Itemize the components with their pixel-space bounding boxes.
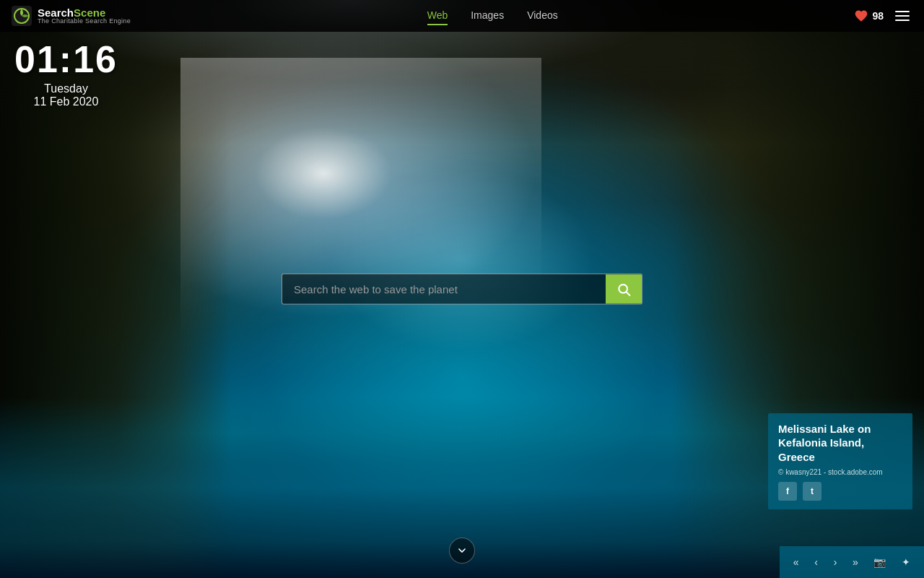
photo-credit: © kwasny221 - stock.adobe.com — [778, 468, 902, 476]
photo-title: Melissani Lake on Kefalonia Island, Gree… — [778, 422, 902, 465]
logo-text: SearchScene The Charitable Search Engine — [38, 7, 131, 25]
search-area — [282, 274, 642, 305]
favorite-icon[interactable]: ✦ — [897, 553, 915, 571]
svg-line-3 — [627, 292, 630, 296]
photo-navigation-controls: « ‹ › » 📷 ✦ — [780, 546, 924, 578]
prev-photo-button[interactable]: ‹ — [810, 553, 822, 571]
chevron-down-icon — [456, 545, 468, 556]
nav-videos[interactable]: Videos — [527, 7, 558, 25]
clock-day: Tuesday — [14, 82, 118, 95]
nav-images[interactable]: Images — [471, 7, 504, 25]
search-input[interactable] — [282, 275, 606, 304]
heart-icon — [854, 9, 868, 23]
hearts-count: 98 — [872, 10, 884, 22]
search-box — [282, 274, 642, 305]
logo-subtitle: The Charitable Search Engine — [38, 18, 131, 25]
first-photo-button[interactable]: « — [789, 553, 803, 571]
navbar: SearchScene The Charitable Search Engine… — [0, 0, 924, 32]
social-buttons: f t — [778, 482, 902, 501]
next-photo-button[interactable]: › — [829, 553, 842, 571]
logo-title: SearchScene — [38, 7, 131, 18]
scroll-down-button[interactable] — [449, 538, 475, 564]
hamburger-menu[interactable] — [892, 8, 912, 24]
logo-area[interactable]: SearchScene The Charitable Search Engine — [12, 6, 131, 26]
nav-links: Web Images Videos — [131, 7, 854, 25]
search-button[interactable] — [606, 275, 642, 304]
clock-date: 11 Feb 2020 — [14, 95, 118, 108]
logo-icon — [12, 6, 32, 26]
camera-icon[interactable]: 📷 — [869, 553, 890, 571]
clock-time: 01:16 — [14, 40, 118, 78]
last-photo-button[interactable]: » — [848, 553, 863, 571]
photo-info-card: Melissani Lake on Kefalonia Island, Gree… — [768, 413, 912, 510]
clock-area: 01:16 Tuesday 11 Feb 2020 — [14, 40, 118, 108]
search-icon — [616, 282, 631, 296]
twitter-share-button[interactable]: t — [803, 482, 821, 501]
nav-right: 98 — [854, 8, 912, 24]
hearts-badge: 98 — [854, 9, 884, 23]
facebook-share-button[interactable]: f — [778, 482, 797, 501]
nav-web[interactable]: Web — [427, 7, 448, 25]
